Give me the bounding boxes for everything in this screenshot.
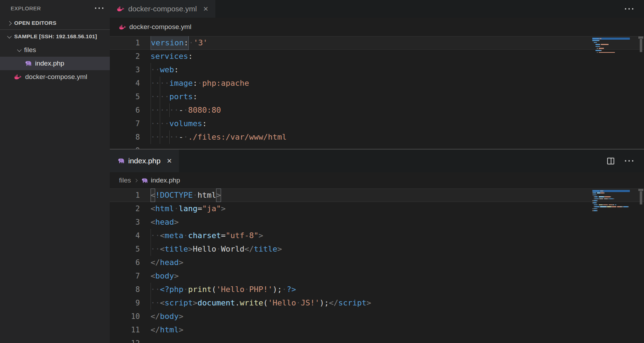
tree-item-label: files: [24, 46, 36, 54]
explorer-header: EXPLORER: [0, 0, 110, 16]
minimap[interactable]: [592, 190, 638, 212]
minimap-token: [599, 48, 604, 49]
code-token: </: [329, 296, 338, 310]
scrollbar-thumb[interactable]: [640, 191, 642, 204]
code-token: !DOCTYPE: [155, 189, 193, 202]
code-line[interactable]: 5····ports:: [110, 90, 644, 103]
code-line[interactable]: 7<body>: [110, 269, 644, 283]
code-line[interactable]: 2<html·lang="ja">: [110, 202, 644, 215]
code-token: >: [277, 242, 282, 256]
editor-actions: [607, 150, 635, 172]
minimap-token: [592, 46, 595, 47]
code-line[interactable]: 8··<?php·print('Hello·PHP!');·?>: [110, 283, 644, 296]
code-line[interactable]: 4····image:·php:apache: [110, 77, 644, 90]
docker-icon: [14, 73, 22, 81]
code-line[interactable]: 4··<meta·charset="utf-8">: [110, 229, 644, 242]
code-line[interactable]: 10</body>: [110, 310, 644, 323]
code-line[interactable]: 9··<script>document.write('Hello·JS!');<…: [110, 296, 644, 310]
minimap-token: [612, 204, 614, 206]
tab-close-icon[interactable]: ×: [167, 157, 172, 165]
minimap-token: [595, 50, 601, 51]
breadcrumb-label: files: [119, 176, 131, 184]
code-line[interactable]: 3··web:: [110, 63, 644, 77]
code-line[interactable]: 7····volumes:: [110, 117, 644, 130]
tab-label: index.php: [128, 157, 160, 165]
code-token: .: [235, 296, 239, 310]
line-number: 3: [110, 215, 151, 229]
minimap-token: [597, 192, 600, 193]
code-line[interactable]: 1<!DOCTYPE·html>: [110, 189, 644, 202]
code-line[interactable]: 6</head>: [110, 256, 644, 269]
code-editor-top[interactable]: 1version:·'3'2services:3··web:4····image…: [110, 36, 644, 149]
code-token: World: [221, 242, 244, 256]
code-token: <: [160, 296, 165, 310]
tree-item-open-editors[interactable]: OPEN EDITORS: [0, 16, 110, 30]
tree-item-files[interactable]: files: [0, 43, 110, 57]
breadcrumb-item[interactable]: files: [119, 176, 131, 184]
code-token: >: [174, 269, 179, 283]
minimap-token: [595, 198, 599, 199]
breadcrumb-item[interactable]: docker-compose.yml: [119, 23, 191, 31]
line-number: 5: [110, 242, 151, 256]
scrollbar-thumb[interactable]: [640, 39, 642, 52]
code-line[interactable]: 3<head>: [110, 215, 644, 229]
code-token: version: [151, 36, 184, 50]
split-editor-icon[interactable]: [607, 158, 614, 164]
scrollbar[interactable]: [638, 189, 643, 204]
code-token: ··: [151, 242, 160, 256]
code-line[interactable]: 12: [110, 337, 644, 343]
code-token: meta: [165, 229, 183, 242]
code-token: "ja": [202, 202, 221, 215]
code-token: title: [165, 242, 188, 256]
minimap-token: [594, 210, 597, 211]
minimap-token: [597, 200, 598, 201]
minimap-token: [599, 38, 602, 39]
tab-docker-compose-yml[interactable]: docker-compose.yml×: [110, 0, 216, 18]
tree-item-sample-ssh-192-168-56-101[interactable]: SAMPLE [SSH: 192.168.56.101]: [0, 30, 110, 43]
code-token: ··: [151, 229, 160, 242]
code-line[interactable]: 6······-·8080:80: [110, 103, 644, 117]
code-line[interactable]: 2services:: [110, 50, 644, 63]
tree-item-docker-compose-yml[interactable]: docker-compose.yml: [0, 70, 110, 84]
code-token: </: [244, 242, 254, 256]
more-actions-icon[interactable]: [623, 7, 635, 11]
code-token: );: [320, 296, 329, 310]
tab-index-php[interactable]: index.php×: [110, 150, 179, 172]
line-number: 12: [110, 337, 151, 343]
code-line[interactable]: 5··<title>Hello·World</title>: [110, 242, 644, 256]
line-content: <body>: [151, 269, 644, 283]
explorer-more-actions-icon[interactable]: [94, 6, 105, 10]
code-editor-bottom[interactable]: 1<!DOCTYPE·html>2<html·lang="ja">3<head>…: [110, 189, 644, 343]
line-number: 1: [110, 36, 151, 50]
scrollbar[interactable]: [638, 36, 643, 52]
php-icon: [141, 177, 148, 184]
line-content: ··web:: [151, 63, 644, 77]
breadcrumb-item[interactable]: index.php: [141, 176, 180, 184]
minimap[interactable]: [592, 38, 638, 54]
line-content: ··<?php·print('Hello·PHP!');·?>: [151, 283, 644, 296]
tree-item-label: SAMPLE [SSH: 192.168.56.101]: [14, 33, 97, 40]
code-token: html: [197, 189, 216, 202]
code-token: 'Hello: [268, 296, 296, 310]
code-line[interactable]: 1version:·'3': [110, 36, 644, 50]
code-line[interactable]: 11</html>: [110, 323, 644, 337]
code-line[interactable]: 9: [110, 144, 644, 149]
explorer-panel: EXPLORER OPEN EDITORSSAMPLE [SSH: 192.16…: [0, 0, 110, 343]
tab-close-icon[interactable]: ×: [203, 5, 208, 13]
tabbar-top: docker-compose.yml×: [110, 0, 644, 18]
code-token: <: [151, 215, 155, 229]
line-number: 6: [110, 256, 151, 269]
code-line[interactable]: 8······-·./files:/var/www/html: [110, 130, 644, 144]
tree-item-index-php[interactable]: index.php: [0, 57, 110, 70]
line-number: 10: [110, 310, 151, 323]
code-token: <?php: [160, 283, 183, 296]
explorer-tree: OPEN EDITORSSAMPLE [SSH: 192.168.56.101]…: [0, 16, 110, 84]
code-token: web: [160, 63, 174, 77]
code-token: 'Hello: [216, 283, 244, 296]
line-number: 6: [110, 103, 151, 117]
code-token: document: [197, 296, 235, 310]
code-token: ·: [189, 36, 193, 50]
more-actions-icon[interactable]: [623, 159, 635, 163]
code-token: ·: [183, 229, 188, 242]
minimap-token: [603, 191, 604, 192]
